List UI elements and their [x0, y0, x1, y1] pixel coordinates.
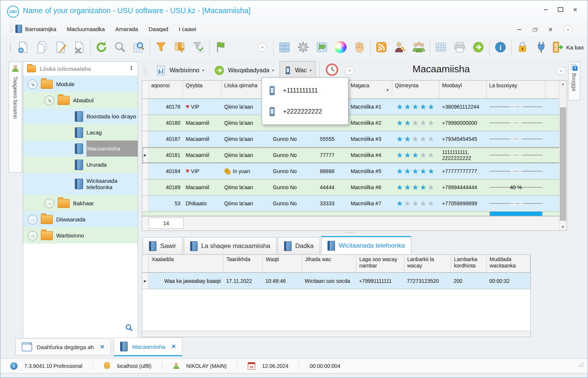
sidebar-search-icon[interactable]	[125, 324, 133, 333]
toolbar-grip[interactable]	[10, 24, 12, 33]
tab-sawir[interactable]: Sawir	[143, 237, 183, 255]
call-menu-item[interactable]: +1111111111	[262, 80, 348, 101]
copy-document-button[interactable]	[33, 37, 51, 57]
column-header-lambarka-kordhinta[interactable]: Lambarka kordhinta	[451, 255, 487, 272]
column-header-laga-soo-wacay-nambar[interactable]: Laga soo wacay nambar	[356, 255, 404, 272]
close-tab-icon[interactable]: ✕	[171, 343, 176, 350]
mdi-close-button[interactable]: ×	[548, 27, 552, 32]
title-overflow-chevron-icon[interactable]	[557, 66, 566, 75]
column-header-lanbarkii-la-wacay[interactable]: Lanbarkii la wacay	[404, 255, 451, 272]
go-next-button[interactable]	[469, 37, 488, 57]
search-grid-button[interactable]	[130, 37, 148, 57]
maximize-button[interactable]	[558, 7, 563, 12]
menu-item-i-caawi[interactable]: I caawi	[179, 26, 196, 32]
column-header-Qiimeynta[interactable]: Qiimeynta	[392, 81, 439, 99]
map-button[interactable]	[313, 37, 331, 57]
tree-node-module[interactable]: ↘Module	[23, 76, 138, 92]
column-header-La buuxiyay[interactable]: La buuxiyay	[487, 81, 545, 99]
menu-item-daaqad[interactable]: Daaqad	[149, 26, 168, 32]
chevron-circle-button[interactable]	[586, 37, 588, 57]
new-document-button[interactable]	[14, 37, 33, 57]
column-header-waqti[interactable]: Waqti	[263, 255, 302, 272]
close-button[interactable]: ×	[573, 7, 577, 12]
layout-grid-button[interactable]	[275, 37, 294, 57]
toolbar-grip[interactable]	[10, 43, 11, 52]
call-history-clock-icon[interactable]	[325, 63, 339, 78]
chevron-circle-button[interactable]	[253, 37, 272, 57]
close-tab-icon[interactable]: ✕	[100, 344, 105, 350]
book-side-tab[interactable]: ? Buugga	[568, 62, 580, 100]
mdi-restore-button[interactable]	[533, 28, 537, 32]
scroll-up-icon[interactable]: ▲	[559, 81, 567, 87]
call-row[interactable]: ▶Waa ka jawaabay baaqii17.11.202210:48:4…	[142, 273, 530, 289]
toolbar-overflow-chevron-icon[interactable]	[345, 66, 354, 75]
menu-item-barnaamijka[interactable]: Barnaamijka	[25, 26, 56, 32]
edit-document-button[interactable]	[51, 37, 70, 57]
printer-button[interactable]	[450, 37, 469, 57]
filter-apply-button[interactable]	[189, 37, 208, 57]
vertical-scrollbar[interactable]: ▲ ▼	[559, 81, 567, 230]
mdi-minimize-button[interactable]	[517, 29, 521, 30]
tree-node-bakhaar[interactable]: →Bakhaar	[23, 195, 138, 211]
call-menu-item[interactable]: +2222222222	[262, 101, 348, 122]
collapse-node-icon[interactable]: ↘	[45, 96, 54, 105]
expand-node-icon[interactable]: →	[45, 199, 54, 208]
customer-row[interactable]: 40184♥VIPIn yuanGunno No88888Macmiilka #…	[142, 163, 567, 179]
exit-door-button[interactable]: Ka bax	[551, 37, 586, 57]
collapse-node-icon[interactable]: ↘	[28, 79, 37, 89]
menu-item-macluumaadka[interactable]: Macluumaadka	[67, 26, 105, 32]
delete-document-button[interactable]	[70, 37, 89, 57]
wac-button[interactable]: Wac▾	[280, 61, 316, 80]
filter-columns-button[interactable]	[170, 37, 189, 57]
tab-dadka[interactable]: Dadka	[278, 237, 320, 255]
tree-node-lacag[interactable]: Lacag	[23, 124, 138, 140]
tree-node-ururada[interactable]: Ururada	[23, 157, 138, 173]
hand-button[interactable]	[350, 37, 369, 57]
customer-row[interactable]: 40180MacaamiilQiimo la'aanMacmiilka #2★★…	[142, 115, 567, 131]
column-header-Magaca[interactable]: Magaca▲	[348, 81, 392, 99]
window-tab-daahfurka-degdega-ah[interactable]: Daahfurka degdega ah✕	[15, 338, 111, 356]
color-wheel-button[interactable]	[331, 37, 350, 57]
support-side-tab[interactable]: Taageero farsamo	[9, 62, 22, 173]
tree-node-boostada-loo-dirayo[interactable]: Boostada loo dirayo	[23, 108, 138, 124]
column-header-Moobayl[interactable]: Moobayl	[439, 81, 487, 99]
rss-feed-button[interactable]	[372, 37, 391, 57]
users-group-button[interactable]	[409, 37, 428, 57]
pin-icon[interactable]	[129, 66, 134, 72]
filter-button[interactable]	[152, 37, 170, 57]
column-header-muddada-wacitaanka[interactable]: Muddada wacitaanka	[487, 255, 530, 272]
plugin-button[interactable]	[532, 37, 551, 57]
customer-row[interactable]: 53DhibaatoQiimo la'aanGunno No33333Macmi…	[142, 196, 567, 212]
flag-button[interactable]	[211, 37, 230, 57]
scroll-down-icon[interactable]: ▼	[559, 224, 567, 230]
minimize-button[interactable]	[544, 9, 548, 10]
info-button[interactable]: i	[491, 37, 510, 57]
menu-item-amarada[interactable]: Amarada	[115, 26, 138, 32]
column-header-Qeybta[interactable]: Qeybta	[183, 81, 222, 99]
tree-node-abaabul[interactable]: ↘Abaabul	[23, 92, 138, 108]
column-header-Liiska qiimaha[interactable]: Liiska qiimaha	[222, 81, 263, 99]
lock-button[interactable]	[513, 37, 532, 57]
toolbar-grip[interactable]	[144, 66, 146, 75]
settings-gear-button[interactable]	[294, 37, 313, 57]
tree-node-warbixinno[interactable]: →Warbixinno	[23, 227, 138, 244]
waxqabadyada-button[interactable]: Waxqabadyada▾	[210, 61, 278, 80]
tree-node-diiwaanada[interactable]: →Diiwaanada	[23, 211, 138, 227]
warbixinno-button[interactable]: Warbixinno▾	[151, 61, 208, 80]
expand-node-icon[interactable]: →	[28, 215, 37, 224]
column-header-jihada-wac[interactable]: Jihada wac	[302, 255, 356, 272]
column-header-xaaladda[interactable]: Xaaladda	[149, 255, 223, 272]
customer-row[interactable]: 40189MacaamiilQiimo la'aanGunno No44444M…	[142, 179, 567, 196]
tree-node-wicitaanada-telefoonka[interactable]: Wicitaanada telefoonka	[23, 173, 138, 195]
resize-grip[interactable]	[578, 362, 584, 369]
expand-node-icon[interactable]: →	[28, 231, 37, 241]
customer-row[interactable]: 40178♥VIPQiimo la'aanMacmiilka #1★★★★★+3…	[142, 99, 567, 115]
tree-node-macaamiisha[interactable]: Macaamiisha	[23, 140, 138, 157]
tab-la-shaqee-macaamiisha[interactable]: La shaqee macaamiisha	[184, 237, 277, 255]
mdi-menu-chevron-icon[interactable]	[564, 25, 573, 34]
refresh-button[interactable]	[92, 37, 111, 57]
customer-row[interactable]: 40187MacaamiilQiimo la'aanGunno No55555M…	[142, 131, 567, 147]
column-header-aqoonsi[interactable]: aqoonsi	[149, 81, 183, 99]
window-tab-macaamiisha[interactable]: Macaamiisha✕	[114, 338, 182, 356]
user-key-button[interactable]	[391, 37, 409, 57]
